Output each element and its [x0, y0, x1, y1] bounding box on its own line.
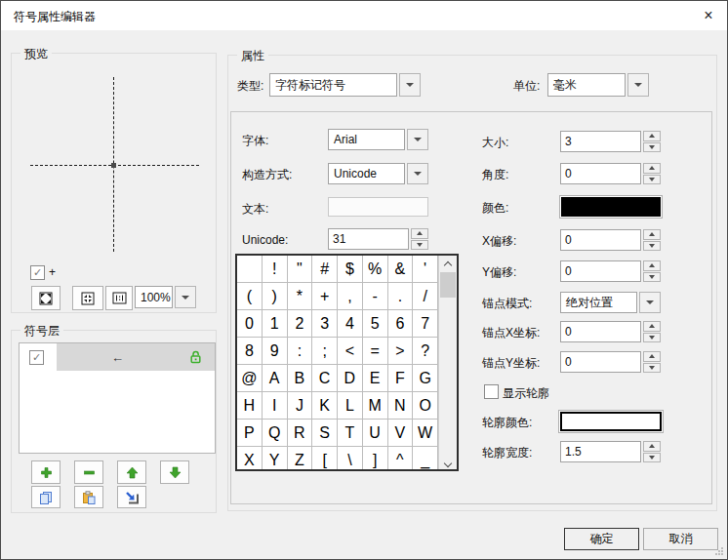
char-grid-scrollbar[interactable]	[438, 256, 457, 469]
char-cell[interactable]: S	[312, 420, 338, 447]
layer-symbol-cell[interactable]: ←	[57, 343, 215, 371]
show-outline-checkbox[interactable]	[484, 384, 499, 399]
size-spin-down-button[interactable]	[643, 142, 661, 153]
size-spinner[interactable]: 3	[560, 131, 661, 152]
cancel-button[interactable]: 取消	[643, 528, 718, 550]
char-cell[interactable]: >	[388, 338, 414, 365]
ok-button[interactable]: 确定	[564, 528, 639, 550]
scrollbar-thumb[interactable]	[440, 272, 456, 298]
symbol-layer-row[interactable]: ✓ ←	[20, 343, 215, 371]
x-offset-value[interactable]: 0	[560, 229, 641, 251]
preview-zoom-dropdown-button[interactable]	[175, 286, 196, 308]
anchor-x-spinner[interactable]: 0	[560, 321, 661, 342]
scroll-up-icon[interactable]	[439, 256, 457, 271]
x-offset-spin-down-button[interactable]	[643, 241, 661, 252]
preview-zoom-value[interactable]: 100%	[135, 286, 173, 308]
char-cell[interactable]: 8	[237, 338, 263, 365]
size-spin-up-button[interactable]	[643, 131, 661, 141]
move-layer-down-button[interactable]	[160, 460, 189, 484]
y-offset-value[interactable]: 0	[560, 260, 641, 282]
y-offset-spinner[interactable]: 0	[560, 260, 661, 282]
layer-visibility-checkbox[interactable]: ✓	[29, 350, 44, 365]
type-combo[interactable]: 字符标记符号	[269, 73, 421, 97]
construct-combo[interactable]: Unicode	[328, 163, 428, 184]
anchor-y-spinner[interactable]: 0	[560, 351, 661, 373]
char-cell[interactable]: $	[338, 256, 363, 283]
x-offset-spinner[interactable]: 0	[560, 229, 661, 251]
angle-spin-up-button[interactable]	[643, 163, 661, 174]
unicode-value[interactable]: 31	[328, 228, 409, 250]
symbol-layer-list[interactable]: ✓ ←	[19, 342, 216, 454]
char-cell[interactable]: [	[312, 447, 338, 469]
size-value[interactable]: 3	[560, 131, 641, 152]
char-cell[interactable]: &	[388, 256, 414, 283]
outline-width-spin-up-button[interactable]	[643, 441, 661, 452]
char-cell[interactable]: M	[363, 392, 388, 420]
unicode-spinner[interactable]: 31	[328, 228, 428, 250]
char-cell[interactable]: O	[413, 392, 438, 420]
anchor-mode-value[interactable]: 绝对位置	[560, 292, 637, 313]
import-layer-button[interactable]	[117, 486, 146, 508]
type-dropdown-button[interactable]	[399, 73, 421, 97]
zoom-original-button[interactable]	[72, 286, 103, 310]
char-cell[interactable]: 6	[388, 310, 414, 338]
char-cell[interactable]: /	[413, 283, 438, 310]
anchor-x-spin-up-button[interactable]	[643, 321, 661, 332]
one-to-one-button[interactable]	[105, 286, 133, 310]
char-cell[interactable]: ^	[388, 447, 414, 469]
char-cell[interactable]: Y	[263, 447, 288, 469]
char-cell[interactable]: _	[413, 447, 438, 469]
char-cell[interactable]: N	[388, 392, 414, 420]
char-cell[interactable]: R	[288, 420, 313, 447]
anchor-x-value[interactable]: 0	[560, 321, 641, 342]
unit-dropdown-button[interactable]	[627, 73, 649, 97]
char-cell[interactable]: 4	[338, 310, 363, 338]
char-cell[interactable]: 7	[413, 310, 438, 338]
outline-color-swatch[interactable]	[558, 410, 664, 433]
char-cell[interactable]: ?	[413, 338, 438, 365]
char-cell[interactable]: 9	[263, 338, 288, 365]
char-cell[interactable]: *	[288, 283, 313, 310]
char-cell[interactable]: )	[263, 283, 288, 310]
color-swatch[interactable]	[559, 195, 663, 219]
construct-dropdown-button[interactable]	[407, 163, 428, 184]
char-cell[interactable]: V	[388, 420, 414, 447]
anchor-y-spin-down-button[interactable]	[643, 363, 661, 374]
char-cell[interactable]: ;	[312, 338, 338, 365]
char-cell[interactable]: Q	[263, 420, 288, 447]
angle-spinner[interactable]: 0	[560, 163, 661, 184]
char-cell[interactable]: J	[288, 392, 313, 420]
char-cell[interactable]: W	[413, 420, 438, 447]
y-offset-spin-up-button[interactable]	[643, 260, 661, 271]
outline-width-value[interactable]: 1.5	[560, 441, 641, 462]
char-cell[interactable]: ]	[363, 447, 388, 469]
char-cell[interactable]: =	[363, 338, 388, 365]
close-icon[interactable]: ×	[699, 6, 718, 25]
resize-grip[interactable]	[714, 546, 724, 556]
add-layer-button[interactable]	[31, 460, 61, 484]
char-cell[interactable]: @	[237, 365, 263, 392]
outline-width-spin-down-button[interactable]	[643, 453, 661, 463]
angle-spin-down-button[interactable]	[643, 175, 661, 185]
preview-zoom-combo[interactable]: 100%	[135, 286, 196, 308]
char-cell[interactable]: X	[237, 447, 263, 469]
char-cell[interactable]: \	[338, 447, 363, 469]
x-offset-spin-up-button[interactable]	[643, 229, 661, 240]
anchor-mode-dropdown-button[interactable]	[639, 292, 661, 313]
char-cell[interactable]: A	[263, 365, 288, 392]
char-cell[interactable]: -	[363, 283, 388, 310]
unicode-spin-up-button[interactable]	[411, 228, 428, 239]
char-cell[interactable]: F	[388, 365, 414, 392]
unit-combo[interactable]: 毫米	[547, 73, 649, 97]
zoom-fit-button[interactable]	[31, 286, 61, 310]
remove-layer-button[interactable]	[74, 460, 103, 484]
font-dropdown-button[interactable]	[407, 129, 428, 150]
font-combo[interactable]: Arial	[328, 129, 428, 150]
char-cell[interactable]: ,	[338, 283, 363, 310]
char-cell[interactable]: "	[288, 256, 313, 283]
type-value[interactable]: 字符标记符号	[269, 73, 397, 97]
character-grid[interactable]: !"#$%&'()*+,-./0123456789:;<=>?@ABCDEFGH…	[235, 254, 459, 471]
char-cell[interactable]: T	[338, 420, 363, 447]
char-cell[interactable]: <	[338, 338, 363, 365]
move-layer-up-button[interactable]	[117, 460, 146, 484]
